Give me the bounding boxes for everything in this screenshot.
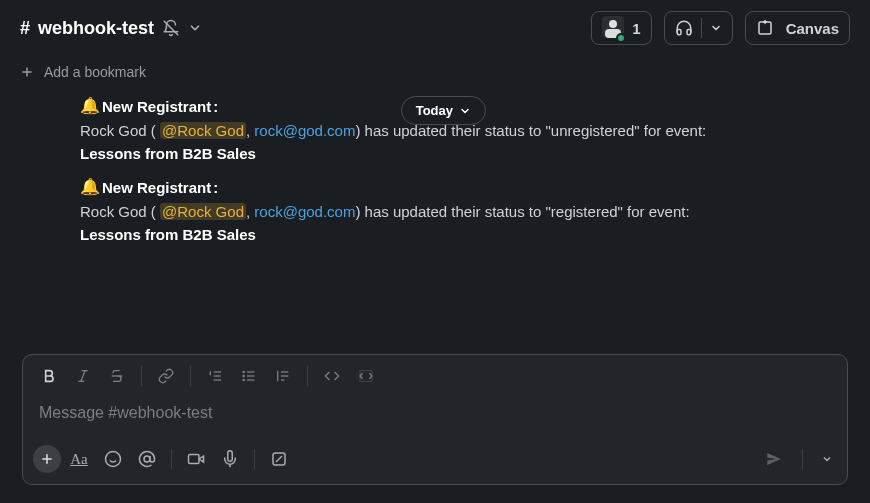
message: 🔔 New Registrant: Rock God ( @Rock God, … [80,175,850,246]
date-divider-button[interactable]: Today [401,96,486,125]
link-button[interactable] [150,361,182,391]
members-button[interactable]: 1 [591,11,651,45]
message-composer: Message #webhook-test Aa [22,354,848,485]
svg-rect-32 [189,455,200,464]
svg-point-21 [243,379,244,380]
svg-line-36 [276,456,282,462]
hash-icon: # [20,18,30,39]
divider [307,366,308,386]
plus-icon [20,65,34,79]
composer-actions: Aa [23,438,847,484]
divider [802,449,803,469]
email-link[interactable]: rock@god.com [254,203,355,220]
divider [190,366,191,386]
event-name: Lessons from B2B Sales [80,223,850,246]
canvas-button[interactable]: Canvas [745,11,850,45]
text: ) has updated their status to "unregiste… [355,122,706,139]
code-button[interactable] [316,361,348,391]
divider [254,449,255,469]
mention-button[interactable] [131,444,163,474]
chevron-down-icon [188,21,202,35]
shortcuts-button[interactable] [263,444,295,474]
video-button[interactable] [180,444,212,474]
canvas-icon [756,19,778,37]
svg-point-31 [144,456,150,462]
bookmark-bar: Add a bookmark [0,56,870,94]
colon: : [213,95,218,118]
event-name: Lessons from B2B Sales [80,142,850,165]
svg-line-11 [81,371,85,382]
divider [141,366,142,386]
svg-point-28 [106,452,121,467]
channel-title-button[interactable]: # webhook-test [20,18,202,39]
headphones-icon [675,19,693,37]
attach-button[interactable] [33,445,61,473]
presence-indicator [616,33,626,43]
message-headline: New Registrant [102,95,211,118]
bell-icon: 🔔 [80,175,100,200]
chevron-down-icon [459,105,471,117]
svg-point-20 [243,375,244,376]
email-link[interactable]: rock@god.com [254,122,355,139]
divider [171,449,172,469]
blockquote-button[interactable] [267,361,299,391]
send-button[interactable] [760,445,788,473]
header-actions: 1 Canvas [591,11,850,45]
person-name: Rock God [80,122,147,139]
member-count: 1 [632,20,640,37]
text: ) has updated their status to "registere… [355,203,689,220]
svg-point-2 [609,20,617,28]
formatting-toolbar [23,355,847,398]
canvas-label: Canvas [786,20,839,37]
user-mention[interactable]: @Rock God [160,203,246,220]
bell-off-icon [162,19,180,37]
person-name: Rock God [80,203,147,220]
strikethrough-button[interactable] [101,361,133,391]
format-toggle-button[interactable]: Aa [63,444,95,474]
code-block-button[interactable] [350,361,382,391]
huddle-button[interactable] [664,11,733,45]
message-list: Today 🔔 New Registrant: Rock God ( @Rock… [0,94,870,247]
ordered-list-button[interactable] [199,361,231,391]
message-headline: New Registrant [102,176,211,199]
svg-point-19 [243,371,244,372]
text: ( [147,122,160,139]
send-options-button[interactable] [817,444,837,474]
text: ( [147,203,160,220]
bold-button[interactable] [33,361,65,391]
channel-name: webhook-test [38,18,154,39]
bell-icon: 🔔 [80,94,100,119]
bullet-list-button[interactable] [233,361,265,391]
chevron-down-icon[interactable] [710,22,722,34]
divider [701,18,702,38]
emoji-button[interactable] [97,444,129,474]
audio-button[interactable] [214,444,246,474]
colon: : [213,176,218,199]
channel-header: # webhook-test 1 [0,0,870,56]
message-input[interactable]: Message #webhook-test [23,398,847,438]
date-label: Today [416,103,453,118]
user-mention[interactable]: @Rock God [160,122,246,139]
italic-button[interactable] [67,361,99,391]
add-bookmark-button[interactable]: Add a bookmark [44,64,146,80]
